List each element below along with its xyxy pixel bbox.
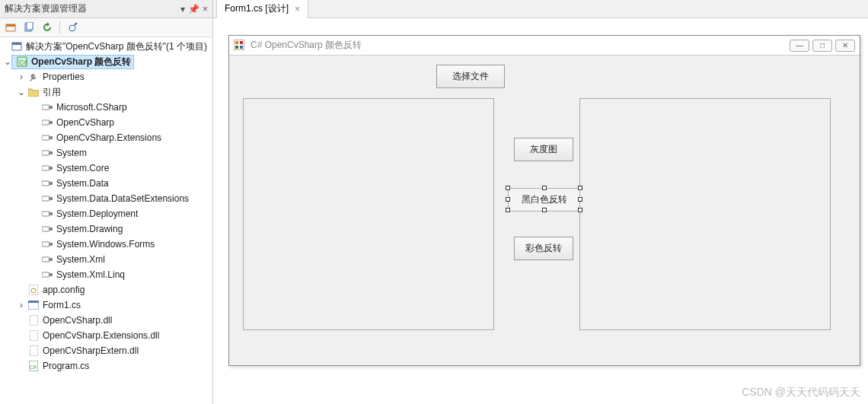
expand-icon[interactable]: › (17, 72, 26, 82)
reference-icon (41, 238, 53, 250)
svg-rect-15 (49, 151, 53, 154)
collapse-icon[interactable]: ⌄ (17, 87, 26, 97)
resize-handle[interactable] (506, 208, 510, 212)
svg-rect-14 (42, 151, 49, 155)
svg-rect-8 (42, 105, 49, 110)
config-icon (27, 284, 40, 296)
svg-rect-13 (49, 136, 53, 139)
svg-rect-29 (49, 258, 53, 261)
svg-rect-11 (49, 121, 53, 124)
minimize-icon[interactable]: — (790, 40, 809, 52)
panel-toolbar (0, 18, 212, 37)
reference-node[interactable]: System.Data (0, 176, 212, 191)
svg-rect-44 (235, 46, 238, 49)
svg-text:C#: C# (19, 59, 27, 66)
picturebox-right[interactable] (579, 98, 831, 330)
picturebox-left[interactable] (243, 98, 494, 330)
home-icon[interactable] (5, 21, 17, 33)
reference-icon (41, 223, 53, 235)
reference-icon (41, 269, 53, 281)
form-client-area[interactable]: 选择文件 灰度图 黑白色反转 彩色反转 (229, 56, 860, 365)
reference-icon (41, 116, 53, 129)
svg-rect-43 (240, 41, 243, 44)
dll-node[interactable]: OpenCvSharp.Extensions.dll (0, 328, 212, 343)
pin-icon[interactable]: 📌 (188, 4, 199, 14)
file-icon (27, 314, 40, 326)
refresh-icon[interactable] (41, 21, 53, 33)
reference-node[interactable]: System.Xml (0, 252, 212, 267)
properties-icon[interactable] (66, 21, 78, 33)
reference-node[interactable]: System (0, 145, 212, 161)
solution-node[interactable]: 解决方案"OpenCvSharp 颜色反转"(1 个项目) (0, 39, 212, 54)
reference-node[interactable]: Microsoft.CSharp (0, 100, 212, 115)
solution-tree[interactable]: 解决方案"OpenCvSharp 颜色反转"(1 个项目) ⌄ C# OpenC… (0, 37, 212, 404)
reference-node[interactable]: OpenCvSharp (0, 115, 212, 130)
grayscale-button[interactable]: 灰度图 (514, 138, 573, 161)
folder-icon (27, 86, 40, 98)
svg-rect-35 (28, 301, 39, 303)
form1-node[interactable]: › Form1.cs (0, 297, 212, 313)
designer-area: Form1.cs [设计] × C# OpenCvSharp 颜色反转 — □ … (213, 0, 868, 404)
reference-node[interactable]: System.Deployment (0, 206, 212, 221)
svg-rect-32 (29, 285, 38, 295)
resize-handle[interactable] (578, 186, 582, 190)
resize-handle[interactable] (506, 197, 510, 202)
file-icon (27, 329, 40, 342)
select-file-button[interactable]: 选择文件 (436, 65, 505, 88)
svg-rect-24 (42, 227, 49, 231)
svg-rect-3 (27, 22, 33, 30)
separator (59, 21, 60, 33)
reference-node[interactable]: System.Windows.Forms (0, 237, 212, 252)
svg-rect-25 (49, 227, 53, 231)
svg-rect-28 (42, 257, 49, 262)
reference-node[interactable]: OpenCvSharp.Extensions (0, 130, 212, 145)
resize-handle[interactable] (506, 186, 510, 190)
color-invert-button[interactable]: 彩色反转 (514, 237, 573, 260)
resize-handle[interactable] (578, 197, 582, 202)
tab-close-icon[interactable]: × (295, 4, 300, 14)
tab-form1-design[interactable]: Form1.cs [设计] × (216, 0, 308, 18)
reference-node[interactable]: System.Drawing (0, 221, 212, 237)
project-node[interactable]: ⌄ C# OpenCvSharp 颜色反转 (0, 54, 212, 69)
close-icon[interactable]: × (203, 4, 208, 14)
dll-node[interactable]: OpenCvSharp.dll (0, 313, 212, 328)
reference-node[interactable]: System.Xml.Linq (0, 267, 212, 282)
svg-rect-16 (42, 166, 49, 170)
form-title-text: C# OpenCvSharp 颜色反转 (251, 39, 787, 52)
resize-handle[interactable] (542, 186, 547, 190)
svg-rect-12 (42, 135, 49, 140)
close-window-icon[interactable]: ✕ (835, 40, 855, 52)
resize-handle[interactable] (542, 208, 547, 212)
reference-icon (41, 253, 53, 266)
form-app-icon (234, 40, 246, 52)
svg-rect-42 (235, 41, 238, 44)
solution-icon (11, 40, 23, 52)
svg-rect-30 (42, 272, 49, 277)
resize-handle[interactable] (578, 208, 582, 212)
design-surface[interactable]: C# OpenCvSharp 颜色反转 — □ ✕ 选择文件 灰度图 黑白色反转 (213, 18, 868, 404)
expand-icon[interactable]: › (17, 300, 26, 310)
reference-icon (41, 177, 53, 189)
watermark-text: CSDN @天天代码码天天 (742, 386, 860, 399)
references-node[interactable]: ⌄ 引用 (0, 84, 212, 100)
reference-icon (41, 147, 53, 159)
properties-node[interactable]: › Properties (0, 69, 212, 84)
svg-rect-37 (30, 330, 38, 341)
copy-icon[interactable] (23, 21, 35, 33)
svg-rect-20 (42, 196, 49, 201)
dll-node[interactable]: OpenCvSharpExtern.dll (0, 343, 212, 358)
winform-window[interactable]: C# OpenCvSharp 颜色反转 — □ ✕ 选择文件 灰度图 黑白色反转 (228, 35, 860, 366)
svg-rect-21 (49, 197, 53, 200)
solution-explorer-panel: 解决方案资源管理器 ▾ 📌 × 解决方案"OpenCvSharp 颜色反转"(1… (0, 0, 213, 404)
reference-node[interactable]: System.Data.DataSetExtensions (0, 191, 212, 206)
maximize-icon[interactable]: □ (812, 40, 832, 52)
svg-text:C#: C# (30, 364, 37, 370)
dropdown-icon[interactable]: ▾ (180, 4, 185, 14)
cs-file-icon: C# (27, 360, 40, 372)
program-node[interactable]: C# Program.cs (0, 358, 212, 374)
svg-rect-22 (42, 212, 49, 216)
reference-node[interactable]: System.Core (0, 161, 212, 176)
appconfig-node[interactable]: app.config (0, 282, 212, 297)
tab-label: Form1.cs [设计] (225, 2, 289, 15)
svg-rect-1 (6, 24, 15, 27)
